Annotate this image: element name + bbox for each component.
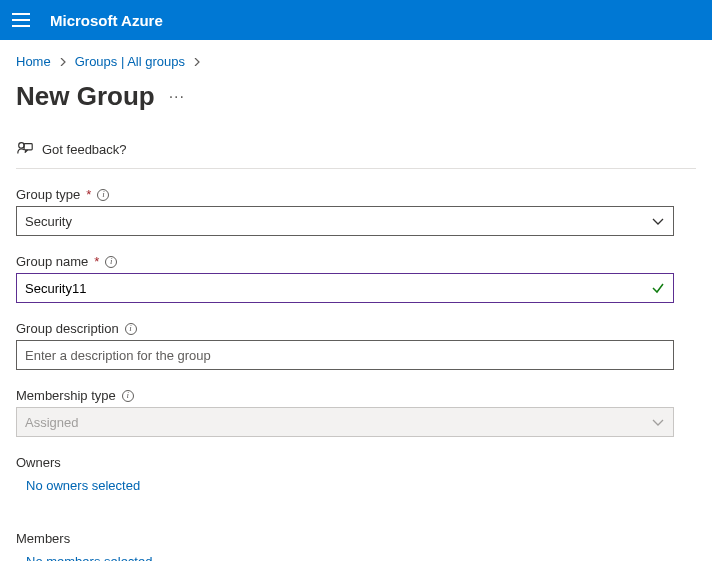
group-name-label: Group name: [16, 254, 88, 269]
group-type-select[interactable]: Security: [16, 206, 674, 236]
group-type-value: Security: [25, 214, 72, 229]
membership-type-value: Assigned: [25, 415, 78, 430]
title-row: New Group ···: [16, 81, 696, 112]
svg-point-0: [19, 143, 24, 148]
group-description-label: Group description: [16, 321, 119, 336]
checkmark-icon: [651, 281, 665, 295]
azure-topbar: Microsoft Azure: [0, 0, 712, 40]
feedback-label: Got feedback?: [42, 142, 127, 157]
members-section: Members No members selected: [16, 531, 696, 561]
info-icon[interactable]: i: [97, 189, 109, 201]
owners-section: Owners No owners selected: [16, 455, 696, 513]
chevron-down-icon: [651, 415, 665, 429]
more-actions-button[interactable]: ···: [169, 88, 185, 106]
info-icon[interactable]: i: [105, 256, 117, 268]
breadcrumb: Home Groups | All groups: [16, 50, 696, 77]
field-group-description: Group description i: [16, 321, 696, 370]
group-type-label: Group type: [16, 187, 80, 202]
info-icon[interactable]: i: [122, 390, 134, 402]
brand-label[interactable]: Microsoft Azure: [50, 12, 163, 29]
required-indicator: *: [86, 187, 91, 202]
membership-type-select: Assigned: [16, 407, 674, 437]
owners-heading: Owners: [16, 455, 696, 470]
page-title: New Group: [16, 81, 155, 112]
new-group-form: Group type * i Security Group name * i: [16, 187, 696, 561]
required-indicator: *: [94, 254, 99, 269]
chevron-right-icon: [193, 56, 201, 68]
group-name-input[interactable]: [25, 274, 651, 302]
chevron-right-icon: [59, 56, 67, 68]
members-link[interactable]: No members selected: [16, 554, 152, 561]
group-description-input[interactable]: [25, 341, 665, 369]
field-group-name: Group name * i: [16, 254, 696, 303]
field-membership-type: Membership type i Assigned: [16, 388, 696, 437]
group-name-input-wrapper: [16, 273, 674, 303]
feedback-button[interactable]: Got feedback?: [16, 140, 696, 169]
breadcrumb-groups[interactable]: Groups | All groups: [75, 54, 185, 69]
field-group-type: Group type * i Security: [16, 187, 696, 236]
feedback-icon: [16, 140, 34, 158]
info-icon[interactable]: i: [125, 323, 137, 335]
group-description-input-wrapper: [16, 340, 674, 370]
chevron-down-icon: [651, 214, 665, 228]
breadcrumb-home[interactable]: Home: [16, 54, 51, 69]
owners-link[interactable]: No owners selected: [16, 478, 140, 493]
svg-rect-1: [24, 144, 32, 150]
membership-type-label: Membership type: [16, 388, 116, 403]
hamburger-menu-icon[interactable]: [12, 13, 30, 27]
members-heading: Members: [16, 531, 696, 546]
